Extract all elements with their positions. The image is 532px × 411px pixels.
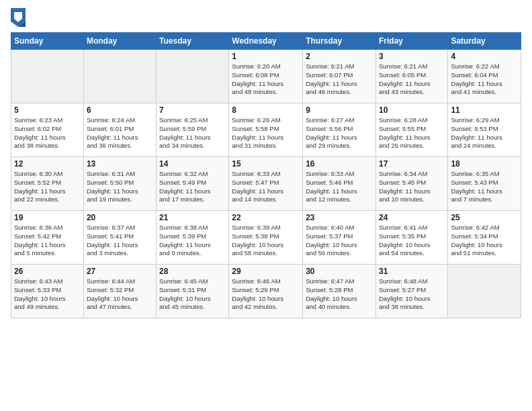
day-number: 24 <box>379 213 445 222</box>
day-info: Sunrise: 6:33 AM Sunset: 5:46 PM Dayligh… <box>306 170 373 204</box>
weekday-header-friday: Friday <box>375 33 447 50</box>
day-cell: 13Sunrise: 6:31 AM Sunset: 5:50 PM Dayli… <box>83 157 156 211</box>
day-cell: 9Sunrise: 6:27 AM Sunset: 5:56 PM Daylig… <box>303 103 376 157</box>
day-cell: 16Sunrise: 6:33 AM Sunset: 5:46 PM Dayli… <box>303 157 376 211</box>
weekday-header-saturday: Saturday <box>448 33 521 50</box>
day-cell <box>448 265 521 318</box>
day-number: 26 <box>14 267 81 276</box>
day-number: 17 <box>379 159 445 169</box>
day-cell: 29Sunrise: 6:46 AM Sunset: 5:29 PM Dayli… <box>229 265 303 318</box>
day-cell: 25Sunrise: 6:42 AM Sunset: 5:34 PM Dayli… <box>448 211 521 265</box>
logo <box>11 8 27 27</box>
day-number: 21 <box>159 213 226 222</box>
day-cell: 8Sunrise: 6:26 AM Sunset: 5:58 PM Daylig… <box>229 103 303 157</box>
day-info: Sunrise: 6:29 AM Sunset: 5:53 PM Dayligh… <box>451 116 518 150</box>
day-cell: 30Sunrise: 6:47 AM Sunset: 5:28 PM Dayli… <box>303 265 376 318</box>
day-cell: 10Sunrise: 6:28 AM Sunset: 5:55 PM Dayli… <box>375 103 447 157</box>
header <box>11 8 521 27</box>
day-info: Sunrise: 6:23 AM Sunset: 6:02 PM Dayligh… <box>14 116 81 150</box>
day-number: 22 <box>232 213 300 222</box>
day-info: Sunrise: 6:31 AM Sunset: 5:50 PM Dayligh… <box>87 170 153 204</box>
day-cell: 27Sunrise: 6:44 AM Sunset: 5:32 PM Dayli… <box>83 265 156 318</box>
day-info: Sunrise: 6:28 AM Sunset: 5:55 PM Dayligh… <box>379 116 445 150</box>
weekday-header-thursday: Thursday <box>303 33 376 50</box>
day-number: 25 <box>451 213 518 222</box>
day-cell: 23Sunrise: 6:40 AM Sunset: 5:37 PM Dayli… <box>303 211 376 265</box>
day-number: 12 <box>14 159 81 169</box>
week-row-1: 1Sunrise: 6:20 AM Sunset: 6:08 PM Daylig… <box>11 50 521 103</box>
day-cell: 18Sunrise: 6:35 AM Sunset: 5:43 PM Dayli… <box>448 157 521 211</box>
day-cell: 31Sunrise: 6:48 AM Sunset: 5:27 PM Dayli… <box>375 265 447 318</box>
day-number: 1 <box>232 52 300 61</box>
day-info: Sunrise: 6:25 AM Sunset: 5:59 PM Dayligh… <box>159 116 226 150</box>
day-cell: 3Sunrise: 6:21 AM Sunset: 6:05 PM Daylig… <box>375 50 447 103</box>
page: SundayMondayTuesdayWednesdayThursdayFrid… <box>0 0 532 411</box>
week-row-5: 26Sunrise: 6:43 AM Sunset: 5:33 PM Dayli… <box>11 265 521 318</box>
day-cell: 6Sunrise: 6:24 AM Sunset: 6:01 PM Daylig… <box>83 103 156 157</box>
weekday-header-monday: Monday <box>83 33 156 50</box>
day-cell: 19Sunrise: 6:36 AM Sunset: 5:42 PM Dayli… <box>11 211 84 265</box>
day-cell: 17Sunrise: 6:34 AM Sunset: 5:45 PM Dayli… <box>375 157 447 211</box>
day-info: Sunrise: 6:35 AM Sunset: 5:43 PM Dayligh… <box>451 170 518 204</box>
day-cell: 7Sunrise: 6:25 AM Sunset: 5:59 PM Daylig… <box>157 103 229 157</box>
day-cell <box>83 50 156 103</box>
day-number: 2 <box>306 52 373 61</box>
day-cell <box>157 50 229 103</box>
day-number: 13 <box>87 159 153 169</box>
day-info: Sunrise: 6:20 AM Sunset: 6:08 PM Dayligh… <box>232 62 300 97</box>
week-row-4: 19Sunrise: 6:36 AM Sunset: 5:42 PM Dayli… <box>11 211 521 265</box>
day-info: Sunrise: 6:41 AM Sunset: 5:35 PM Dayligh… <box>379 224 445 258</box>
day-info: Sunrise: 6:36 AM Sunset: 5:42 PM Dayligh… <box>14 224 81 258</box>
day-number: 4 <box>451 52 518 61</box>
day-number: 28 <box>159 267 226 276</box>
day-info: Sunrise: 6:30 AM Sunset: 5:52 PM Dayligh… <box>14 170 81 204</box>
weekday-header-tuesday: Tuesday <box>157 33 229 50</box>
day-info: Sunrise: 6:34 AM Sunset: 5:45 PM Dayligh… <box>379 170 445 204</box>
day-cell: 12Sunrise: 6:30 AM Sunset: 5:52 PM Dayli… <box>11 157 84 211</box>
day-number: 20 <box>87 213 153 222</box>
day-info: Sunrise: 6:43 AM Sunset: 5:33 PM Dayligh… <box>14 277 81 312</box>
day-info: Sunrise: 6:40 AM Sunset: 5:37 PM Dayligh… <box>306 224 373 258</box>
day-number: 9 <box>306 105 373 115</box>
day-info: Sunrise: 6:47 AM Sunset: 5:28 PM Dayligh… <box>306 277 373 312</box>
day-number: 10 <box>379 105 445 115</box>
day-cell: 4Sunrise: 6:22 AM Sunset: 6:04 PM Daylig… <box>448 50 521 103</box>
day-info: Sunrise: 6:45 AM Sunset: 5:31 PM Dayligh… <box>159 277 226 312</box>
day-info: Sunrise: 6:27 AM Sunset: 5:56 PM Dayligh… <box>306 116 373 150</box>
day-cell: 14Sunrise: 6:32 AM Sunset: 5:49 PM Dayli… <box>157 157 229 211</box>
day-info: Sunrise: 6:46 AM Sunset: 5:29 PM Dayligh… <box>232 277 300 312</box>
day-number: 23 <box>306 213 373 222</box>
day-info: Sunrise: 6:37 AM Sunset: 5:41 PM Dayligh… <box>87 224 153 258</box>
day-number: 18 <box>451 159 518 169</box>
day-cell <box>11 50 84 103</box>
day-number: 29 <box>232 267 300 276</box>
day-info: Sunrise: 6:38 AM Sunset: 5:39 PM Dayligh… <box>159 224 226 258</box>
day-cell: 5Sunrise: 6:23 AM Sunset: 6:02 PM Daylig… <box>11 103 84 157</box>
day-number: 7 <box>159 105 226 115</box>
day-info: Sunrise: 6:42 AM Sunset: 5:34 PM Dayligh… <box>451 224 518 258</box>
day-cell: 20Sunrise: 6:37 AM Sunset: 5:41 PM Dayli… <box>83 211 156 265</box>
day-number: 30 <box>306 267 373 276</box>
day-info: Sunrise: 6:22 AM Sunset: 6:04 PM Dayligh… <box>451 62 518 97</box>
day-number: 6 <box>87 105 153 115</box>
day-info: Sunrise: 6:26 AM Sunset: 5:58 PM Dayligh… <box>232 116 300 150</box>
day-cell: 26Sunrise: 6:43 AM Sunset: 5:33 PM Dayli… <box>11 265 84 318</box>
day-number: 19 <box>14 213 81 222</box>
weekday-header-sunday: Sunday <box>11 33 84 50</box>
day-cell: 15Sunrise: 6:33 AM Sunset: 5:47 PM Dayli… <box>229 157 303 211</box>
logo-icon <box>11 8 26 27</box>
day-number: 31 <box>379 267 445 276</box>
day-number: 8 <box>232 105 300 115</box>
calendar-table: SundayMondayTuesdayWednesdayThursdayFrid… <box>11 32 521 318</box>
weekday-header-row: SundayMondayTuesdayWednesdayThursdayFrid… <box>11 33 521 50</box>
day-number: 11 <box>451 105 518 115</box>
day-info: Sunrise: 6:21 AM Sunset: 6:07 PM Dayligh… <box>306 62 373 97</box>
day-number: 5 <box>14 105 81 115</box>
day-number: 27 <box>87 267 153 276</box>
day-number: 16 <box>306 159 373 169</box>
day-info: Sunrise: 6:33 AM Sunset: 5:47 PM Dayligh… <box>232 170 300 204</box>
week-row-3: 12Sunrise: 6:30 AM Sunset: 5:52 PM Dayli… <box>11 157 521 211</box>
week-row-2: 5Sunrise: 6:23 AM Sunset: 6:02 PM Daylig… <box>11 103 521 157</box>
day-info: Sunrise: 6:44 AM Sunset: 5:32 PM Dayligh… <box>87 277 153 312</box>
day-info: Sunrise: 6:32 AM Sunset: 5:49 PM Dayligh… <box>159 170 226 204</box>
